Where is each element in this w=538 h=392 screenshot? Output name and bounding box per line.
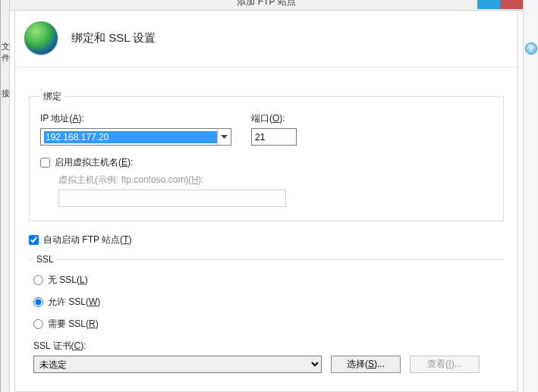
ssl-cert-select[interactable]: 未选定 (33, 356, 322, 373)
dialog-title: 添加 FTP 站点 (10, 0, 523, 8)
globe-icon (24, 21, 58, 55)
ssl-cert-label: SSL 证书(C): (33, 340, 87, 351)
ssl-allow-label: 允许 SSL(W) (48, 296, 100, 309)
window-controls (477, 0, 523, 9)
page-title: 绑定和 SSL 设置 (71, 31, 156, 45)
truncated-text-a: 文件 (2, 41, 10, 64)
auto-start-checkbox[interactable] (29, 235, 39, 245)
ssl-none-label: 无 SSL(L) (48, 274, 88, 287)
port-label: 端口(O): (251, 112, 304, 125)
enable-virtual-host-checkbox[interactable] (40, 158, 50, 168)
ssl-require-label: 需要 SSL(R) (48, 318, 99, 331)
dialog-body: 绑定和 SSL 设置 绑定 IP 地址(A): 192.168.177.20 (14, 11, 518, 392)
window-close-button[interactable] (500, 0, 523, 9)
virtual-host-field-label: 虚拟主机(示例: ftp.contoso.com)(H): (58, 174, 203, 185)
ssl-group: SSL 无 SSL(L) 允许 SSL(W) 需要 SSL( (29, 254, 504, 387)
ssl-none-radio[interactable] (33, 275, 43, 285)
ip-address-label: IP 地址(A): (40, 112, 231, 125)
truncated-text-b: 接 (2, 88, 10, 99)
auto-start-label: 自动启动 FTP 站点(T) (43, 234, 131, 246)
select-cert-button[interactable]: 选择(S)... (331, 356, 401, 373)
binding-group: 绑定 IP 地址(A): 192.168.177.20 (29, 90, 504, 221)
ssl-legend: SSL (33, 254, 57, 265)
window-button-a[interactable] (477, 0, 500, 9)
ip-address-combobox[interactable]: 192.168.177.20 (40, 128, 231, 146)
dialog-titlebar: 添加 FTP 站点 (10, 0, 523, 11)
enable-virtual-host-label: 启用虚拟主机名(E): (55, 156, 133, 169)
right-gutter: ? (523, 0, 538, 392)
ssl-allow-radio[interactable] (33, 297, 43, 307)
port-input[interactable] (251, 128, 297, 146)
ssl-require-radio[interactable] (33, 319, 43, 329)
virtual-host-input (58, 190, 286, 207)
ip-address-value: 192.168.177.20 (44, 131, 217, 143)
chevron-down-icon[interactable] (217, 129, 231, 145)
binding-legend: 绑定 (40, 90, 64, 103)
page-header: 绑定和 SSL 设置 (15, 11, 518, 67)
help-icon[interactable]: ? (525, 42, 537, 55)
left-edge-strip: 文件 接 (1, 0, 10, 392)
view-cert-button: 查看(I)... (410, 356, 480, 373)
